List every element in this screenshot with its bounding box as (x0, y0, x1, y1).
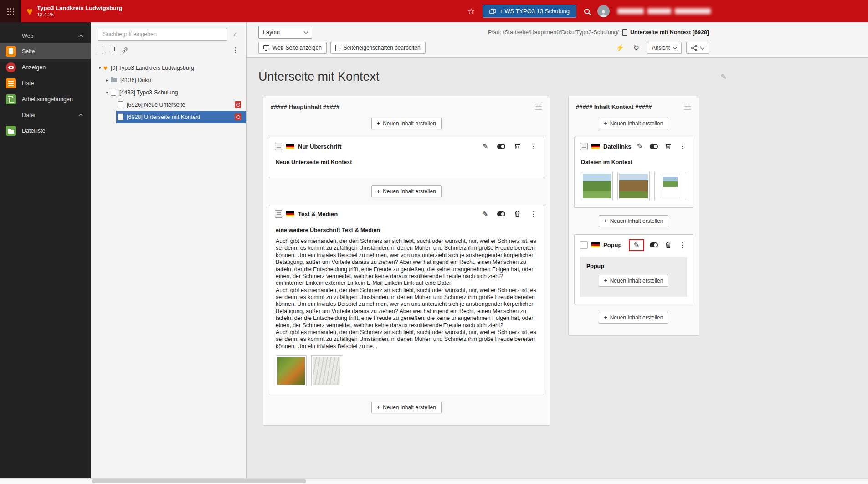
clear-cache-button[interactable]: ⚡ (614, 42, 626, 54)
expander-icon[interactable]: ▸ (103, 77, 111, 82)
horizontal-scrollbar[interactable] (0, 478, 868, 484)
visibility-toggle-icon[interactable] (497, 211, 505, 216)
expander-icon[interactable]: ▾ (96, 65, 103, 70)
edit-title-icon[interactable]: ✎ (721, 72, 727, 81)
element-heading: Neue Unterseite mit Kontext (276, 159, 537, 166)
new-content-button[interactable]: + Neuen Inhalt erstellen (599, 275, 669, 287)
plus-icon: + (604, 120, 607, 127)
new-content-button[interactable]: + Neuen Inhalt erstellen (599, 312, 669, 324)
page-variant-icon[interactable] (110, 47, 115, 53)
link-icon[interactable] (122, 47, 128, 53)
more-options-icon[interactable]: ⋮ (529, 210, 538, 219)
avatar[interactable] (597, 5, 610, 17)
module-grid-button[interactable] (0, 0, 21, 22)
module-section-datei[interactable]: Datei (0, 107, 91, 123)
new-page-icon[interactable] (98, 47, 103, 53)
tree-node-doku[interactable]: ▸ [4136] Doku (103, 74, 246, 86)
search-icon[interactable] (584, 9, 590, 14)
file-thumbnail-2[interactable] (617, 172, 649, 200)
expander-icon[interactable]: ▾ (103, 90, 111, 95)
media-thumbnail-squirrel[interactable] (276, 355, 307, 386)
tree-node-label: [4433] Typo3-Schulung (119, 89, 178, 96)
chevron-down-icon (304, 30, 308, 34)
tree-search-input[interactable] (98, 28, 227, 41)
scrollbar-thumb[interactable] (92, 479, 306, 483)
popup-nested-column: Popup + Neuen Inhalt erstellen (580, 257, 687, 297)
sidebar-item-dateiliste[interactable]: Dateiliste (0, 123, 91, 139)
visibility-toggle-icon[interactable] (497, 144, 505, 149)
new-content-button[interactable]: + Neuen Inhalt erstellen (371, 402, 442, 413)
plus-icon: + (604, 278, 607, 284)
tree-node-root[interactable]: ▾ ♥ [0] Typo3 Landkreis Ludwigsburg (96, 62, 246, 74)
edit-page-properties-button[interactable]: Seiteneigenschaften bearbeiten (330, 42, 426, 54)
edit-icon[interactable]: ✎ (632, 241, 641, 250)
collapse-tree-button[interactable] (231, 28, 241, 40)
new-content-button[interactable]: + Neuen Inhalt erstellen (599, 215, 669, 227)
brand[interactable]: ♥ Typo3 Landkreis Ludwigsburg 13.4.25 (21, 5, 128, 18)
typo3-root-icon: ♥ (103, 64, 108, 71)
page-icon (118, 113, 123, 120)
delete-icon[interactable] (663, 241, 673, 250)
view-module-icon (6, 62, 16, 72)
file-thumbnail-3[interactable] (654, 172, 686, 200)
delete-icon[interactable] (513, 142, 522, 151)
tree-node-typo3-schulung[interactable]: ▾ [4433] Typo3-Schulung (103, 86, 246, 98)
new-content-label: Neuen Inhalt erstellen (610, 218, 663, 224)
hidden-page-badge (235, 101, 241, 108)
edit-page-properties-label: Seiteneigenschaften bearbeiten (344, 45, 421, 51)
page-tree-panel: ⋮ ▾ ♥ [0] Typo3 Landkreis Ludwigsburg ▸ … (91, 22, 247, 478)
sidebar-item-label: Seite (22, 48, 35, 55)
more-options-icon[interactable]: ⋮ (529, 142, 538, 151)
tree-node-label: [4136] Doku (120, 77, 151, 83)
delete-icon[interactable] (513, 210, 522, 219)
share-dropdown[interactable] (686, 42, 709, 54)
edit-icon[interactable]: ✎ (635, 142, 644, 151)
plus-icon: + (604, 218, 607, 224)
chevron-up-icon (79, 114, 83, 118)
column-grid-icon[interactable] (684, 104, 691, 110)
content-type-icon (580, 143, 588, 150)
sidebar-item-anzeigen[interactable]: Anzeigen (0, 59, 91, 75)
new-content-label: Neuen Inhalt erstellen (610, 314, 663, 321)
view-webpage-button[interactable]: Web-Seite anzeigen (258, 42, 327, 54)
reload-button[interactable]: ↻ (631, 42, 642, 54)
refresh-icon: ↻ (633, 44, 639, 52)
media-thumbnail-newspaper[interactable] (311, 355, 342, 386)
sidebar-item-arbeitsumgebungen[interactable]: Arbeitsumgebungen (0, 91, 91, 107)
edit-icon[interactable]: ✎ (481, 210, 490, 219)
tree-more-icon[interactable]: ⋮ (232, 46, 239, 54)
tree-node-label: [0] Typo3 Landkreis Ludwigsburg (111, 65, 194, 71)
new-content-button[interactable]: + Neuen Inhalt erstellen (371, 118, 442, 129)
layout-select[interactable]: Layout (258, 26, 312, 39)
plus-icon: + (377, 188, 380, 195)
chevron-up-icon (79, 35, 83, 39)
workspace-button-label: + WS TYPO3 13 Schulung (499, 8, 570, 15)
breadcrumb-path: Pfad: /Startseite/Hauptmenü/Doku/Typo3-S… (488, 29, 619, 36)
visibility-toggle-icon[interactable] (650, 242, 658, 247)
german-flag-icon (591, 144, 600, 149)
more-options-icon[interactable]: ⋮ (678, 142, 687, 151)
new-content-label: Neuen Inhalt erstellen (383, 404, 436, 411)
more-options-icon[interactable]: ⋮ (678, 241, 687, 250)
sidebar-item-seite[interactable]: Seite (0, 43, 91, 59)
tree-node-neue-unterseite[interactable]: [6926] Neue Unterseite (118, 98, 246, 111)
bolt-icon: ⚡ (616, 44, 624, 52)
delete-icon[interactable] (663, 142, 673, 151)
username-redacted[interactable] (617, 8, 711, 14)
module-section-web[interactable]: Web (0, 28, 91, 43)
sidebar-item-liste[interactable]: Liste (0, 75, 91, 91)
content-element-nur-ueberschrift: Nur Überschrift ✎ ⋮ Neue Unt (269, 137, 544, 178)
edit-icon[interactable]: ✎ (481, 142, 490, 151)
file-thumbnail-1[interactable] (581, 172, 613, 200)
tree-node-unterseite-mit-kontext[interactable]: [6928] Unterseite mit Kontext (116, 111, 246, 123)
element-heading: Dateien im Kontext (581, 159, 686, 166)
column-grid-icon[interactable] (535, 104, 542, 110)
content-element-popup: Popup ✎ ⋮ (574, 234, 693, 304)
workspace-button[interactable]: + WS TYPO3 13 Schulung (483, 5, 576, 18)
new-content-button[interactable]: + Neuen Inhalt erstellen (599, 118, 669, 129)
visibility-toggle-icon[interactable] (650, 144, 658, 149)
new-content-button[interactable]: + Neuen Inhalt erstellen (371, 185, 442, 197)
bookmark-star-icon[interactable]: ☆ (467, 6, 475, 16)
view-mode-dropdown[interactable]: Ansicht (647, 42, 682, 54)
typo3-logo-icon: ♥ (26, 6, 33, 17)
